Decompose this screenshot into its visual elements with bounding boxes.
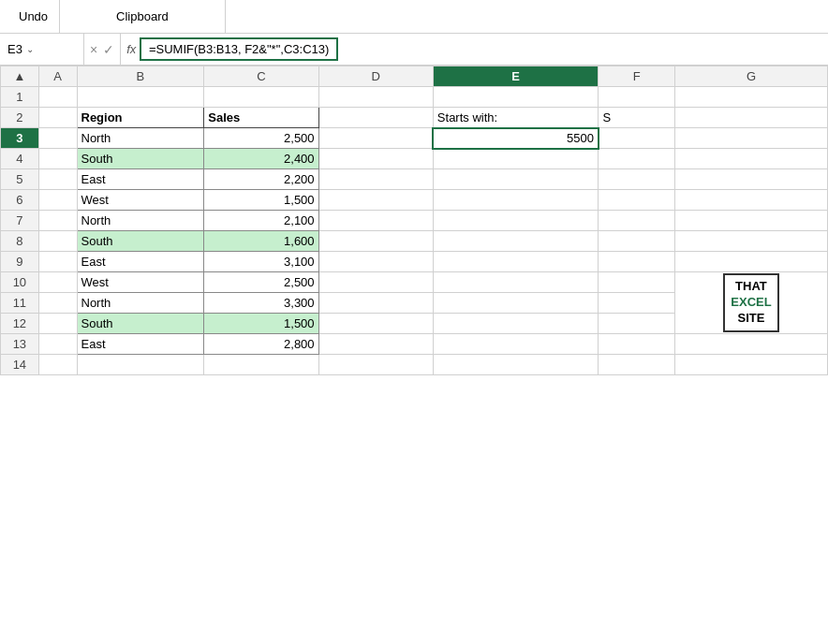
cell-B6[interactable]: West <box>77 190 204 211</box>
cell-D6[interactable] <box>318 190 433 211</box>
row-header-2[interactable]: 2 <box>1 108 39 128</box>
cell-F7[interactable] <box>599 211 675 231</box>
cell-B1[interactable] <box>77 87 204 108</box>
cell-C12[interactable]: 1,500 <box>204 314 318 334</box>
cell-B11[interactable]: North <box>77 293 204 314</box>
cell-D9[interactable] <box>318 252 433 272</box>
cell-E13[interactable] <box>433 334 599 355</box>
cell-E5[interactable] <box>433 169 599 190</box>
row-header-5[interactable]: 5 <box>1 169 39 190</box>
cell-F10[interactable] <box>599 272 675 293</box>
cell-ref-chevron-icon[interactable]: ⌄ <box>26 44 34 54</box>
cell-A11[interactable] <box>38 293 77 314</box>
cell-E2[interactable]: Starts with: <box>433 108 599 128</box>
cell-G4[interactable] <box>674 149 827 169</box>
cell-G2[interactable] <box>674 108 827 128</box>
cell-F14[interactable] <box>599 355 675 375</box>
cell-D11[interactable] <box>318 293 433 314</box>
cell-C5[interactable]: 2,200 <box>204 169 318 190</box>
cell-F12[interactable] <box>599 314 675 334</box>
cell-C9[interactable]: 3,100 <box>204 252 318 272</box>
cell-C1[interactable] <box>204 87 318 108</box>
cell-A12[interactable] <box>38 314 77 334</box>
cell-E8[interactable] <box>433 231 599 252</box>
cell-A3[interactable] <box>38 128 77 149</box>
col-header-F[interactable]: F <box>599 66 675 87</box>
cell-F5[interactable] <box>599 169 675 190</box>
cell-B4[interactable]: South <box>77 149 204 169</box>
row-header-12[interactable]: 12 <box>1 314 39 334</box>
cell-F3[interactable] <box>599 128 675 149</box>
cell-D12[interactable] <box>318 314 433 334</box>
cell-E10[interactable] <box>433 272 599 293</box>
cell-C11[interactable]: 3,300 <box>204 293 318 314</box>
cell-E4[interactable] <box>433 149 599 169</box>
row-header-3[interactable]: 3 <box>1 128 39 149</box>
cell-F2[interactable]: S <box>599 108 675 128</box>
cell-C8[interactable]: 1,600 <box>204 231 318 252</box>
confirm-formula-button[interactable]: ✓ <box>103 42 114 57</box>
cell-G14[interactable] <box>674 355 827 375</box>
cell-B2[interactable]: Region <box>77 108 204 128</box>
cell-B7[interactable]: North <box>77 211 204 231</box>
cell-B14[interactable] <box>77 355 204 375</box>
col-header-G[interactable]: G <box>674 66 827 87</box>
cell-C2[interactable]: Sales <box>204 108 318 128</box>
cell-A9[interactable] <box>38 252 77 272</box>
cell-A7[interactable] <box>38 211 77 231</box>
cell-A8[interactable] <box>38 231 77 252</box>
row-header-6[interactable]: 6 <box>1 190 39 211</box>
row-header-4[interactable]: 4 <box>1 149 39 169</box>
cell-G1[interactable] <box>674 87 827 108</box>
cell-D5[interactable] <box>318 169 433 190</box>
cell-C6[interactable]: 1,500 <box>204 190 318 211</box>
cell-E6[interactable] <box>433 190 599 211</box>
cell-E12[interactable] <box>433 314 599 334</box>
cell-F9[interactable] <box>599 252 675 272</box>
cell-F8[interactable] <box>599 231 675 252</box>
cell-B10[interactable]: West <box>77 272 204 293</box>
cell-C13[interactable]: 2,800 <box>204 334 318 355</box>
cell-D4[interactable] <box>318 149 433 169</box>
cell-D1[interactable] <box>318 87 433 108</box>
cell-E7[interactable] <box>433 211 599 231</box>
cell-B3[interactable]: North <box>77 128 204 149</box>
cell-G13[interactable] <box>674 334 827 355</box>
cell-D10[interactable] <box>318 272 433 293</box>
row-header-1[interactable]: 1 <box>1 87 39 108</box>
cell-A14[interactable] <box>38 355 77 375</box>
row-header-8[interactable]: 8 <box>1 231 39 252</box>
col-header-B[interactable]: B <box>77 66 204 87</box>
row-header-10[interactable]: 10 <box>1 272 39 293</box>
cell-G5[interactable] <box>674 169 827 190</box>
col-header-A[interactable]: A <box>38 66 77 87</box>
row-header-13[interactable]: 13 <box>1 334 39 355</box>
cell-E1[interactable] <box>433 87 599 108</box>
cell-C4[interactable]: 2,400 <box>204 149 318 169</box>
row-header-7[interactable]: 7 <box>1 211 39 231</box>
cell-G9[interactable] <box>674 252 827 272</box>
col-header-E[interactable]: E <box>433 66 599 87</box>
cell-A4[interactable] <box>38 149 77 169</box>
cell-G6[interactable] <box>674 190 827 211</box>
col-header-D[interactable]: D <box>318 66 433 87</box>
cell-B12[interactable]: South <box>77 314 204 334</box>
col-header-C[interactable]: C <box>204 66 318 87</box>
cell-A2[interactable] <box>38 108 77 128</box>
cell-B5[interactable]: East <box>77 169 204 190</box>
cell-D2[interactable] <box>318 108 433 128</box>
cell-E14[interactable] <box>433 355 599 375</box>
cell-E3[interactable]: 5500 <box>433 128 599 149</box>
cell-B8[interactable]: South <box>77 231 204 252</box>
cell-F4[interactable] <box>599 149 675 169</box>
cell-D8[interactable] <box>318 231 433 252</box>
cell-D7[interactable] <box>318 211 433 231</box>
cell-B13[interactable]: East <box>77 334 204 355</box>
cell-C7[interactable]: 2,100 <box>204 211 318 231</box>
cell-F1[interactable] <box>599 87 675 108</box>
cell-D13[interactable] <box>318 334 433 355</box>
cell-C14[interactable] <box>204 355 318 375</box>
cell-D14[interactable] <box>318 355 433 375</box>
row-header-9[interactable]: 9 <box>1 252 39 272</box>
cell-F6[interactable] <box>599 190 675 211</box>
